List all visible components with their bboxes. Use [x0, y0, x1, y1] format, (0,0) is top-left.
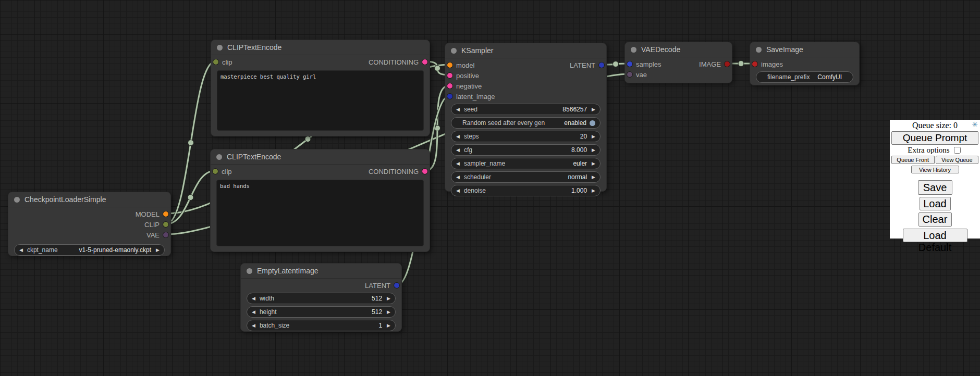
node-title-bar[interactable]: VAEDecode [625, 42, 732, 57]
queue-prompt-button[interactable]: Queue Prompt [891, 131, 978, 145]
toggle-state-icon[interactable] [590, 120, 595, 126]
collapse-toggle-icon[interactable] [14, 197, 20, 203]
increment-arrow-icon[interactable]: ▶ [592, 107, 595, 112]
decrement-arrow-icon[interactable]: ◀ [456, 175, 460, 180]
seed-widget[interactable]: ◀ seed 8566257 ▶ [451, 104, 601, 115]
steps-widget[interactable]: ◀ steps 20 ▶ [451, 131, 601, 142]
increment-arrow-icon[interactable]: ▶ [156, 248, 160, 253]
clip-input-port[interactable] [213, 169, 218, 174]
increment-arrow-icon[interactable]: ▶ [592, 161, 595, 166]
widget-value: v1-5-pruned-emaonly.ckpt [79, 246, 152, 254]
output-label: CONDITIONING [369, 168, 419, 176]
view-history-button[interactable]: View History [911, 166, 959, 173]
node-vae-decode[interactable]: VAEDecode samples IMAGE vae [624, 42, 732, 83]
sampler-name-widget[interactable]: ◀ sampler_name euler ▶ [451, 158, 601, 169]
decrement-arrow-icon[interactable]: ◀ [252, 323, 255, 328]
output-label: CONDITIONING [369, 58, 419, 66]
node-title-bar[interactable]: CLIPTextEncode [211, 40, 430, 55]
batch-size-widget[interactable]: ◀ batch_size 1 ▶ [247, 320, 396, 331]
node-title-bar[interactable]: CheckpointLoaderSimple [8, 192, 170, 207]
latent-output-port[interactable] [599, 62, 604, 68]
decrement-arrow-icon[interactable]: ◀ [456, 148, 460, 153]
model-input-port[interactable] [447, 62, 452, 68]
node-save-image[interactable]: SaveImage images filename_prefix ComfyUI [750, 42, 860, 85]
height-widget[interactable]: ◀ height 512 ▶ [247, 306, 396, 318]
samples-input-port[interactable] [627, 61, 632, 67]
denoise-widget[interactable]: ◀ denoise 1.000 ▶ [451, 185, 601, 196]
collapse-toggle-icon[interactable] [216, 154, 222, 160]
vae-output-port[interactable] [163, 232, 168, 237]
decrement-arrow-icon[interactable]: ◀ [252, 296, 255, 301]
width-widget[interactable]: ◀ width 512 ▶ [247, 293, 396, 304]
decrement-arrow-icon[interactable]: ◀ [456, 107, 460, 112]
latent-image-input-port[interactable] [447, 94, 452, 99]
input-label: images [761, 60, 783, 68]
increment-arrow-icon[interactable]: ▶ [592, 134, 595, 139]
node-empty-latent-image[interactable]: EmptyLatentImage LATENT ◀ width 512 ▶ ◀ … [240, 263, 402, 332]
node-ksampler[interactable]: KSampler model LATENT positive negative … [445, 43, 607, 192]
widget-label: batch_size [260, 322, 289, 329]
increment-arrow-icon[interactable]: ▶ [592, 189, 595, 193]
positive-input-port[interactable] [447, 73, 452, 78]
scheduler-widget[interactable]: ◀ scheduler normal ▶ [451, 171, 601, 183]
vae-input-port[interactable] [627, 72, 632, 77]
increment-arrow-icon[interactable]: ▶ [387, 310, 390, 315]
collapse-toggle-icon[interactable] [247, 268, 252, 274]
model-output-port[interactable] [163, 211, 168, 217]
collapse-toggle-icon[interactable] [217, 45, 223, 51]
extra-options-checkbox[interactable] [954, 147, 961, 154]
clip-output-port[interactable] [163, 222, 168, 227]
widget-label: scheduler [464, 173, 491, 181]
widget-label: height [260, 308, 277, 316]
node-title-bar[interactable]: SaveImage [750, 42, 859, 57]
conditioning-output-port[interactable] [422, 59, 427, 65]
increment-arrow-icon[interactable]: ▶ [387, 323, 390, 328]
widget-value: ComfyUI [817, 73, 842, 81]
clip-input-port[interactable] [213, 59, 218, 65]
increment-arrow-icon[interactable]: ▶ [592, 175, 595, 180]
view-queue-button[interactable]: View Queue [936, 156, 979, 164]
images-input-port[interactable] [752, 61, 757, 67]
node-title-bar[interactable]: EmptyLatentImage [241, 264, 401, 279]
decrement-arrow-icon[interactable]: ◀ [456, 134, 460, 139]
decrement-arrow-icon[interactable]: ◀ [456, 161, 460, 166]
clear-button[interactable]: Clear [918, 212, 952, 227]
cfg-widget[interactable]: ◀ cfg 8.000 ▶ [451, 144, 601, 156]
widget-value: 1 [378, 322, 382, 329]
conditioning-output-port[interactable] [422, 169, 427, 174]
save-button[interactable]: Save [918, 180, 952, 195]
node-checkpoint-loader[interactable]: CheckpointLoaderSimple MODEL CLIP VAE ◀ … [8, 192, 171, 256]
collapse-toggle-icon[interactable] [631, 47, 636, 53]
decrement-arrow-icon[interactable]: ◀ [252, 310, 255, 315]
queue-front-button[interactable]: Queue Front [891, 156, 935, 164]
load-default-button[interactable]: Load Default [903, 229, 967, 242]
collapse-toggle-icon[interactable] [756, 47, 762, 53]
latent-output-port[interactable] [394, 283, 399, 288]
decrement-arrow-icon[interactable]: ◀ [456, 189, 460, 193]
prompt-textarea[interactable]: bad hands [216, 180, 424, 246]
node-title-bar[interactable]: CLIPTextEncode [211, 149, 430, 165]
increment-arrow-icon[interactable]: ▶ [592, 148, 595, 153]
prompt-textarea[interactable]: masterpiece best quality girl [217, 70, 424, 131]
input-label: model [456, 61, 474, 69]
negative-input-port[interactable] [447, 83, 452, 89]
ckpt-name-widget[interactable]: ◀ ckpt_name v1-5-pruned-emaonly.ckpt ▶ [14, 244, 165, 256]
image-output-port[interactable] [725, 61, 730, 67]
settings-gear-icon[interactable]: ✳ [972, 121, 978, 129]
node-clip-text-encode-negative[interactable]: CLIPTextEncode clip CONDITIONING bad han… [210, 149, 430, 252]
increment-arrow-icon[interactable]: ▶ [387, 296, 390, 301]
random-seed-toggle[interactable]: Random seed after every gen enabled [451, 117, 601, 129]
filename-prefix-widget[interactable]: filename_prefix ComfyUI [756, 71, 853, 83]
node-clip-text-encode-positive[interactable]: CLIPTextEncode clip CONDITIONING masterp… [211, 40, 430, 136]
widget-value: normal [568, 173, 587, 181]
decrement-arrow-icon[interactable]: ◀ [19, 248, 23, 253]
input-label: clip [222, 168, 232, 176]
node-title-bar[interactable]: KSampler [445, 43, 606, 58]
widget-value: enabled [564, 119, 586, 127]
load-button[interactable]: Load [920, 197, 951, 210]
input-label: samples [636, 60, 661, 68]
input-label: clip [222, 58, 232, 66]
comfyui-canvas[interactable]: { "icons": { "left_arrow": "◀", "right_a… [0, 0, 980, 376]
collapse-toggle-icon[interactable] [451, 48, 457, 54]
node-title: CLIPTextEncode [227, 43, 281, 52]
